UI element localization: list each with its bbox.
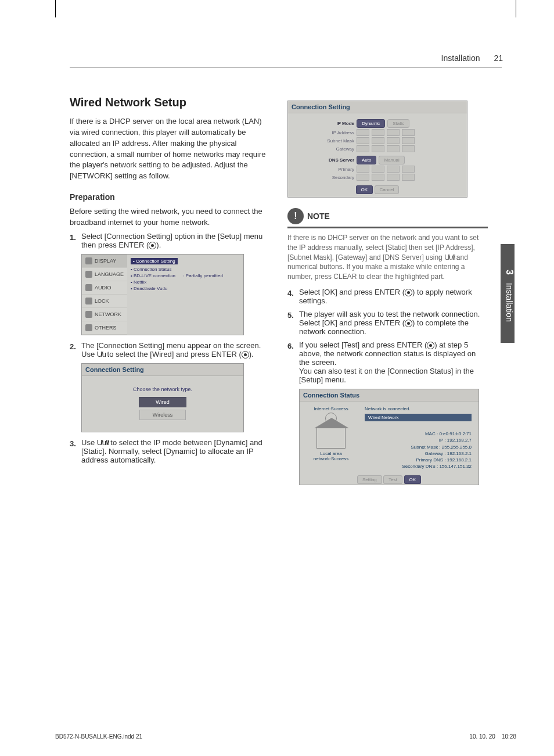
lock-icon bbox=[85, 298, 92, 304]
wireless-button: Wireless bbox=[139, 410, 186, 420]
note-box: ! NOTE If there is no DHCP server on the… bbox=[287, 208, 488, 282]
ip-setting-figure: Connection Setting IP ModeDynamicStatic … bbox=[287, 101, 467, 198]
footer: BD572-N-BUSALLK-ENG.indd 21 10. 10. 20 1… bbox=[55, 733, 516, 740]
enter-icon bbox=[149, 242, 156, 249]
step-3: 3. Use U/u/I/i to select the IP mode bet… bbox=[70, 439, 270, 464]
setup-menu-figure: DISPLAY LANGUAGE AUDIO LOCK NETWORK OTHE… bbox=[81, 254, 244, 335]
enter-icon bbox=[427, 342, 434, 349]
subheading: Preparation bbox=[70, 192, 270, 202]
footer-time: 10:28 bbox=[502, 733, 516, 740]
connection-status-figure: Connection Status Internet:Success Local… bbox=[299, 389, 479, 485]
others-icon bbox=[85, 324, 92, 331]
chapter-label: Installation bbox=[505, 283, 514, 322]
step-5: 5. The player will ask you to test the n… bbox=[287, 311, 488, 336]
intro-text: If there is a DHCP server on the local a… bbox=[70, 116, 270, 182]
chapter-number: 3 bbox=[504, 270, 515, 275]
step-6: 6. If you select [Test] and press ENTER … bbox=[287, 342, 488, 485]
footer-date: 10. 10. 20 bbox=[469, 733, 495, 740]
page-title: Wired Network Setup bbox=[70, 96, 270, 109]
exclamation-icon: ! bbox=[287, 208, 304, 224]
network-icon bbox=[85, 311, 92, 318]
enter-icon bbox=[242, 351, 249, 359]
audio-icon bbox=[85, 284, 92, 291]
arrow-keys-icon: U/u/I/i bbox=[444, 253, 454, 261]
wired-button: Wired bbox=[139, 397, 186, 407]
step-1: 1. Select [Connection Setting] option in… bbox=[70, 233, 270, 335]
footer-file: BD572-N-BUSALLK-ENG.indd 21 bbox=[55, 733, 142, 740]
prep-text: Before setting the wired network, you ne… bbox=[70, 206, 270, 228]
arrow-keys-icon: U/u/I/i bbox=[97, 438, 109, 447]
house-icon bbox=[316, 427, 346, 449]
step-4: 4. Select [OK] and press ENTER () to app… bbox=[287, 289, 488, 305]
up-down-icon: U/u bbox=[97, 350, 105, 359]
chapter-tab: 3 Installation bbox=[501, 244, 515, 343]
display-icon bbox=[85, 257, 92, 264]
language-icon bbox=[85, 271, 92, 278]
step-2: 2. The [Connection Setting] menu appear … bbox=[70, 342, 270, 432]
connection-type-figure: Connection Setting Choose the network ty… bbox=[81, 363, 244, 432]
enter-icon bbox=[405, 289, 412, 296]
enter-icon bbox=[405, 320, 412, 327]
